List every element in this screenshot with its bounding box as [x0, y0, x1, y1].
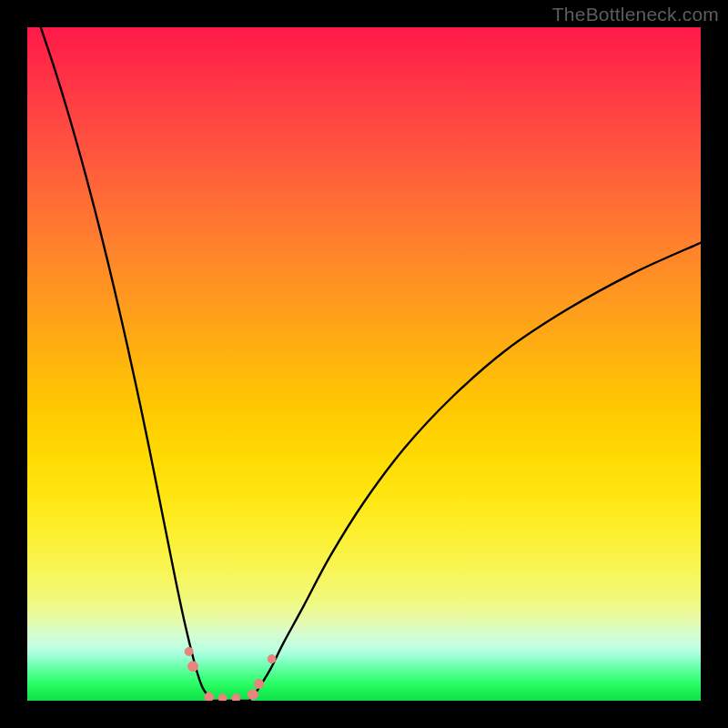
curve-group: [41, 27, 701, 701]
data-marker: [185, 647, 193, 655]
data-marker: [268, 655, 276, 663]
data-marker: [255, 680, 264, 689]
data-marker: [188, 662, 198, 672]
data-marker: [248, 690, 258, 700]
plot-area: [27, 27, 701, 701]
chart-svg: [27, 27, 701, 701]
data-marker: [205, 693, 214, 701]
watermark-text: TheBottleneck.com: [552, 4, 719, 25]
data-marker: [232, 694, 240, 701]
data-marker: [218, 694, 227, 701]
chart-frame: TheBottleneck.com: [0, 0, 728, 728]
bottleneck-curve: [41, 27, 701, 701]
